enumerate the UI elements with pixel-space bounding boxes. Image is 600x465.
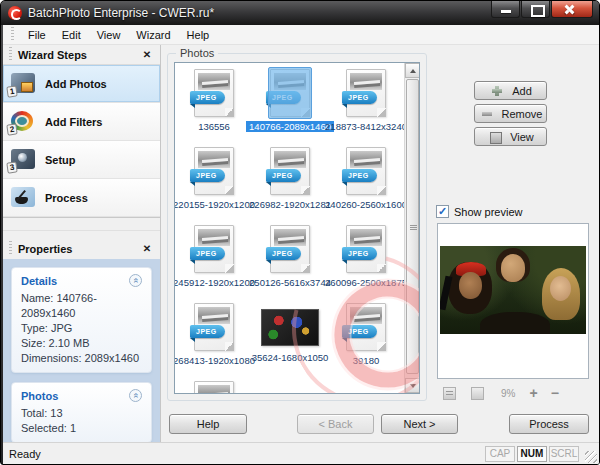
photo-list[interactable]: JPEG 136556 JPEG — [174, 62, 420, 394]
photo-item[interactable]: JPEG 226982-1920x1281 — [252, 144, 328, 222]
wizard-step-label: Process — [45, 192, 88, 204]
menu-item[interactable]: Edit — [54, 27, 89, 43]
photo-item[interactable]: JPEG — [176, 378, 252, 394]
panel-gap — [3, 218, 160, 231]
photo-filename: 136556 — [198, 121, 230, 132]
step-number-badge: 3 — [6, 161, 18, 173]
properties-header: Properties ✕ — [3, 239, 160, 258]
wizard-step-label: Setup — [45, 154, 76, 166]
scroll-up-button[interactable] — [405, 63, 420, 78]
photo-item[interactable]: JPEG 268413-1920x1080 — [176, 300, 252, 378]
show-preview-option[interactable]: ✓ Show preview — [436, 205, 522, 218]
jpeg-ribbon: JPEG — [190, 169, 225, 182]
wizard-close-icon[interactable]: ✕ — [140, 49, 154, 60]
jpeg-ribbon: JPEG — [342, 91, 377, 104]
jpeg-file-icon: JPEG — [194, 147, 234, 195]
wizard-step[interactable]: 2 Add Filters — [3, 103, 160, 141]
collapse-icon[interactable]: « — [129, 274, 142, 287]
collapse-icon[interactable]: « — [129, 389, 142, 402]
file-thumbnail — [274, 151, 306, 168]
jpeg-ribbon: JPEG — [342, 247, 377, 260]
fit-view-button[interactable] — [443, 387, 456, 400]
photo-item[interactable]: JPEG 240260-2560x1600 — [328, 144, 404, 222]
show-preview-checkbox[interactable]: ✓ — [436, 205, 449, 218]
wizard-step-label: Add Filters — [45, 116, 102, 128]
keyboard-indicator: NUM — [517, 446, 547, 462]
file-thumbnail — [198, 229, 230, 246]
photo-item[interactable]: JPEG 245912-1920x1200 — [176, 222, 252, 300]
wizard-step[interactable]: 1 Add Photos — [3, 65, 160, 103]
photo-filename: 140766-2089x1460 — [246, 121, 334, 132]
menu-item[interactable]: File — [20, 27, 54, 43]
wizard-step-label: Add Photos — [45, 78, 107, 90]
panel-gripper — [9, 47, 12, 62]
photo-item[interactable]: JPEG 39180 — [328, 300, 404, 378]
sidebar: Wizard Steps ✕ 1 Add Photos — [3, 45, 161, 442]
zoom-level: 9% — [501, 388, 515, 399]
properties-close-icon[interactable]: ✕ — [140, 243, 154, 254]
file-thumbnail — [274, 229, 306, 246]
app-window: BatchPhoto Enterprise - CWER.ru* File Ed… — [0, 0, 600, 465]
photo-item[interactable]: JPEG 250126-5616x3744 — [252, 222, 328, 300]
wizard-step[interactable]: 3 Setup — [3, 141, 160, 179]
app-logo-icon — [8, 6, 22, 20]
minimize-button[interactable] — [491, 1, 520, 18]
menu-item[interactable]: Wizard — [128, 27, 178, 43]
menu-item[interactable]: View — [89, 27, 129, 43]
wizard-steps-header: Wizard Steps ✕ — [3, 45, 160, 64]
jpeg-ribbon: JPEG — [190, 247, 225, 260]
detail-row: Type: JPG — [21, 321, 142, 336]
photo-filename: 218873-8412x3240 — [325, 121, 407, 132]
photo-item[interactable]: JPEG 35624-1680x1050 — [252, 300, 328, 378]
back-button[interactable]: < Back — [297, 414, 374, 434]
titlebar[interactable]: BatchPhoto Enterprise - CWER.ru* — [1, 1, 599, 25]
file-thumbnail — [274, 73, 306, 90]
process-button[interactable]: Process — [509, 414, 589, 434]
photo-item[interactable]: JPEG 260096-2500x1875 — [328, 222, 404, 300]
file-thumbnail — [350, 307, 382, 324]
side-button[interactable]: Add — [474, 81, 547, 100]
scroll-down-button[interactable] — [405, 378, 420, 393]
next-button[interactable]: Next > — [381, 414, 458, 434]
status-bar: Ready CAP NUM SCRL — [3, 442, 599, 464]
photo-item[interactable]: JPEG 136556 — [176, 66, 252, 144]
scrollbar[interactable] — [404, 63, 419, 393]
side-button[interactable]: Remove — [474, 104, 547, 123]
jpeg-file-icon: JPEG — [346, 225, 386, 273]
jpeg-file-icon: JPEG — [194, 381, 234, 394]
zoom-in-button[interactable]: + — [529, 387, 537, 400]
page-fold — [301, 186, 310, 195]
jpeg-ribbon: JPEG — [342, 169, 377, 182]
keyboard-indicator: CAP — [485, 446, 515, 462]
page-fold — [377, 108, 386, 117]
preview-panel — [437, 223, 589, 379]
page-fold — [225, 186, 234, 195]
step-number-badge: 1 — [6, 85, 18, 97]
scroll-thumb[interactable] — [406, 79, 419, 374]
side-button[interactable]: View — [474, 127, 547, 146]
maximize-button[interactable] — [521, 1, 550, 18]
wizard-step[interactable]: Process — [3, 179, 160, 217]
zoom-out-button[interactable]: − — [551, 387, 559, 400]
wizard-step-icon: 1 — [9, 73, 37, 95]
page-fold — [377, 342, 386, 351]
photo-filename: 39180 — [353, 355, 379, 366]
photo-filename: 226982-1920x1281 — [249, 199, 331, 210]
resize-grip[interactable] — [585, 451, 597, 463]
photos-summary-card: Photos « Total: 13 Selected: 1 — [11, 382, 152, 443]
wizard-step-icon — [9, 187, 37, 209]
photo-filename: 260096-2500x1875 — [325, 277, 407, 288]
photo-filename: 245912-1920x1200 — [174, 277, 255, 288]
menu-item[interactable]: Help — [179, 27, 218, 43]
wizard-steps-list: 1 Add Photos 2 Add Filters — [3, 64, 160, 218]
help-button[interactable]: Help — [169, 414, 247, 434]
close-button[interactable] — [551, 1, 593, 18]
photo-item[interactable]: JPEG 218873-8412x3240 — [328, 66, 404, 144]
properties-title: Properties — [18, 243, 140, 255]
photo-item[interactable]: JPEG 140766-2089x1460 — [252, 66, 328, 144]
photos-card-title: Photos — [21, 390, 129, 402]
photo-item[interactable]: JPEG 220155-1920x1200 — [176, 144, 252, 222]
page-fold — [225, 264, 234, 273]
side-button-icon — [491, 85, 503, 97]
actual-size-button[interactable] — [471, 387, 484, 400]
